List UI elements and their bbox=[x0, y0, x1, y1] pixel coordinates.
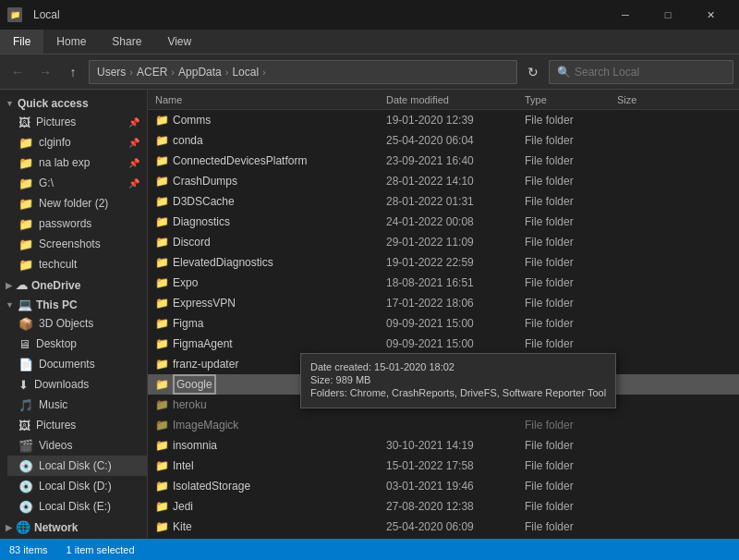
maximize-button[interactable]: □ bbox=[647, 0, 689, 30]
tooltip-size: Size: 989 MB bbox=[310, 374, 606, 385]
sidebar-item-nalabexp[interactable]: 📁 na lab exp 📌 bbox=[7, 152, 147, 173]
sidebar-item-desktop[interactable]: 🖥 Desktop bbox=[7, 334, 147, 354]
documents-icon: 📄 bbox=[18, 358, 33, 371]
sidebar-item-clginfo[interactable]: 📁 clginfo 📌 bbox=[7, 132, 147, 152]
sidebar-label-localc: Local Disk (C:) bbox=[39, 459, 112, 472]
onedrive-icon: ☁ bbox=[16, 278, 28, 292]
table-row[interactable]: 📁 Expo 18-08-2021 16:51 File folder bbox=[148, 273, 739, 293]
clginfo-icon: 📁 bbox=[18, 136, 33, 150]
table-row[interactable]: 📁 FigmaAgent 09-09-2021 15:00 File folde… bbox=[148, 334, 739, 354]
sidebar-label-screenshots: Screenshots bbox=[39, 237, 101, 250]
sidebar-item-gdrive[interactable]: 📁 G:\ 📌 bbox=[7, 173, 147, 193]
sidebar-item-localc[interactable]: 💿 Local Disk (C:) bbox=[7, 456, 147, 476]
localc-icon: 💿 bbox=[18, 459, 33, 473]
sidebar: ▼ Quick access 🖼 Pictures 📌 📁 clginfo 📌 … bbox=[0, 90, 148, 539]
table-row[interactable]: 📁 Comms 19-01-2020 12:39 File folder bbox=[148, 110, 739, 130]
file-name-comms: 📁 Comms bbox=[148, 114, 379, 127]
sidebar-group-onedrive[interactable]: ▶ ☁ OneDrive bbox=[0, 274, 147, 294]
tab-home[interactable]: Home bbox=[43, 30, 99, 54]
search-box[interactable]: 🔍 bbox=[549, 60, 733, 84]
pictures2-icon: 🖼 bbox=[18, 419, 30, 432]
sidebar-label-downloads: Downloads bbox=[34, 378, 89, 391]
table-row[interactable]: 📁 IsolatedStorage 03-01-2021 19:46 File … bbox=[148, 476, 739, 496]
sidebar-item-documents[interactable]: 📄 Documents bbox=[7, 354, 147, 374]
sidebar-item-downloads[interactable]: ⬇ Downloads bbox=[7, 374, 147, 395]
minimize-button[interactable]: ─ bbox=[604, 0, 647, 30]
sidebar-item-passwords[interactable]: 📁 passwords bbox=[7, 213, 147, 234]
sidebar-item-pictures2[interactable]: 🖼 Pictures bbox=[7, 415, 147, 435]
network-label: Network bbox=[34, 521, 78, 534]
path-users[interactable]: Users bbox=[97, 66, 126, 79]
table-row[interactable]: 📁 CrashDumps 28-01-2022 14:10 File folde… bbox=[148, 171, 739, 191]
search-input[interactable] bbox=[575, 66, 725, 79]
sidebar-label-passwords: passwords bbox=[39, 217, 91, 230]
refresh-button[interactable]: ↻ bbox=[521, 60, 545, 84]
tab-share[interactable]: Share bbox=[99, 30, 154, 54]
network-icon: 🌐 bbox=[16, 520, 30, 534]
file-list: 📁 Comms 19-01-2020 12:39 File folder 📁 c… bbox=[148, 110, 739, 539]
sidebar-label-pictures2: Pictures bbox=[36, 419, 76, 432]
sidebar-item-videos[interactable]: 🎬 Videos bbox=[7, 435, 147, 456]
thispc-label: This PC bbox=[36, 298, 78, 311]
table-row[interactable]: 📁 insomnia 30-10-2021 14:19 File folder bbox=[148, 435, 739, 456]
close-button[interactable]: ✕ bbox=[689, 0, 732, 30]
col-header-type[interactable]: Type bbox=[517, 94, 610, 105]
sidebar-group-quickaccess[interactable]: ▼ Quick access bbox=[0, 93, 147, 112]
table-row[interactable]: 📁 Discord 29-01-2022 11:09 File folder bbox=[148, 232, 739, 252]
app-icon: 📁 bbox=[7, 7, 22, 22]
sidebar-group-network[interactable]: ▶ 🌐 Network bbox=[0, 517, 147, 536]
address-bar: ← → ↑ Users › ACER › AppData › Local › ↻… bbox=[0, 55, 739, 90]
tab-view[interactable]: View bbox=[154, 30, 204, 54]
onedrive-arrow: ▶ bbox=[6, 281, 12, 290]
up-button[interactable]: ↑ bbox=[61, 60, 85, 84]
col-header-date[interactable]: Date modified bbox=[379, 94, 517, 105]
sidebar-item-screenshots[interactable]: 📁 Screenshots bbox=[7, 234, 147, 254]
path-local[interactable]: Local bbox=[232, 66, 259, 79]
sidebar-item-locale[interactable]: 💿 Local Disk (E:) bbox=[7, 496, 147, 517]
table-row[interactable]: 📁 conda 25-04-2020 06:04 File folder bbox=[148, 130, 739, 151]
sidebar-group-thispc[interactable]: ▼ 💻 This PC bbox=[0, 294, 147, 313]
table-row[interactable]: 📁 Figma 09-09-2021 15:00 File folder bbox=[148, 313, 739, 334]
path-appdata[interactable]: AppData bbox=[178, 66, 222, 79]
ribbon-tabs: File Home Share View bbox=[0, 30, 739, 54]
sidebar-item-techcult[interactable]: 📁 techcult bbox=[7, 254, 147, 274]
table-row[interactable]: 📁 ExpressVPN 17-01-2022 18:06 File folde… bbox=[148, 293, 739, 313]
table-row[interactable]: 📁 ImageMagick File folder bbox=[148, 415, 739, 435]
screenshots-icon: 📁 bbox=[18, 237, 33, 251]
status-bar: 83 items 1 item selected bbox=[0, 539, 739, 560]
sidebar-item-pictures[interactable]: 🖼 Pictures 📌 bbox=[7, 112, 147, 132]
sidebar-item-locald[interactable]: 💿 Local Disk (D:) bbox=[7, 476, 147, 496]
forward-button[interactable]: → bbox=[33, 60, 57, 84]
table-row[interactable]: 📁 Jedi 27-08-2020 12:38 File folder bbox=[148, 496, 739, 517]
sidebar-label-desktop: Desktop bbox=[36, 337, 77, 350]
locale-icon: 💿 bbox=[18, 500, 33, 514]
back-button[interactable]: ← bbox=[6, 60, 30, 84]
tab-file[interactable]: File bbox=[0, 30, 43, 54]
gdrive-icon: 📁 bbox=[18, 177, 33, 190]
sidebar-label-documents: Documents bbox=[39, 358, 95, 371]
folder-icon: 📁 bbox=[155, 134, 169, 147]
table-row[interactable]: 📁 Diagnostics 24-01-2022 00:08 File fold… bbox=[148, 212, 739, 232]
sidebar-item-newfolder2[interactable]: 📁 New folder (2) bbox=[7, 193, 147, 213]
table-row[interactable]: 📁 ConnectedDevicesPlatform 23-09-2021 16… bbox=[148, 151, 739, 171]
table-row[interactable]: 📁 MathWorks 26-08-2020 08:07 File folder bbox=[148, 537, 739, 539]
sidebar-item-music[interactable]: 🎵 Music bbox=[7, 395, 147, 415]
pin-icon2: 📌 bbox=[128, 138, 139, 148]
folder-icon: 📁 bbox=[155, 236, 169, 249]
file-tooltip: Date created: 15-01-2020 18:02 Size: 989… bbox=[300, 353, 616, 408]
folder-icon: 📁 bbox=[155, 520, 169, 533]
path-acer[interactable]: ACER bbox=[137, 66, 167, 79]
sidebar-item-3dobjects[interactable]: 📦 3D Objects bbox=[7, 313, 147, 334]
folder-icon: 📁 bbox=[155, 439, 169, 452]
address-path[interactable]: Users › ACER › AppData › Local › bbox=[89, 60, 517, 84]
path-sep-3: › bbox=[225, 67, 229, 78]
table-row[interactable]: 📁 D3DSCache 28-01-2022 01:31 File folder bbox=[148, 191, 739, 212]
col-header-size[interactable]: Size bbox=[610, 94, 684, 105]
table-row[interactable]: 📁 Intel 15-01-2022 17:58 File folder bbox=[148, 456, 739, 476]
sidebar-label-3dobjects: 3D Objects bbox=[39, 317, 93, 330]
col-header-name[interactable]: Name bbox=[148, 94, 379, 105]
table-row[interactable]: 📁 ElevatedDiagnostics 19-01-2022 22:59 F… bbox=[148, 252, 739, 273]
thispc-icon: 💻 bbox=[18, 298, 32, 311]
folder-icon: 📁 bbox=[155, 480, 169, 493]
table-row[interactable]: 📁 Kite 25-04-2020 06:09 File folder bbox=[148, 517, 739, 537]
